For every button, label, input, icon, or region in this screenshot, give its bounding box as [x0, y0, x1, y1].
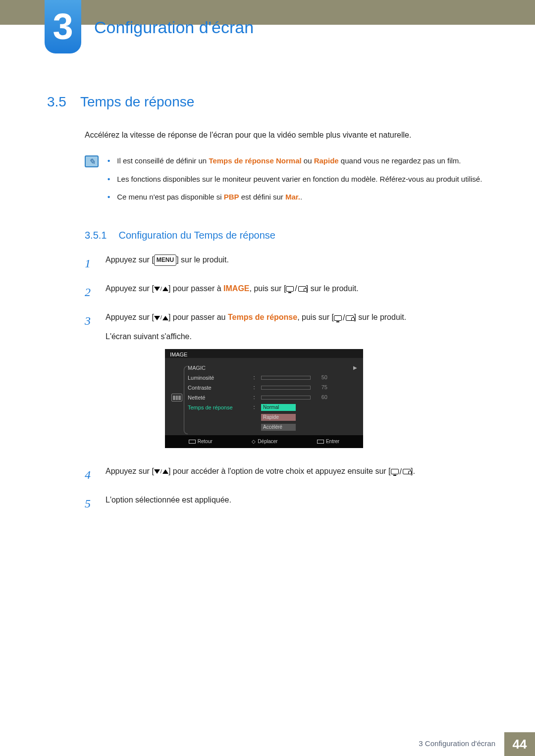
- osd-menu-item: MAGIC: [188, 363, 252, 373]
- osd-menu-screenshot: IMAGE MAGIC Luminosité Contraste Netteté…: [165, 349, 363, 448]
- note-block: ✎ Il est conseillé de définir un Temps d…: [85, 155, 488, 210]
- step-text: Appuyez sur [/] pour accéder à l'option …: [106, 464, 488, 486]
- osd-footer: Retour ◇Déplacer Entrer: [165, 435, 363, 448]
- note-item: Il est conseillé de définir un Temps de …: [107, 155, 482, 167]
- footer-chapter-label: 3 Configuration d'écran: [410, 732, 504, 756]
- section-number: 3.5: [47, 94, 66, 110]
- osd-menu-item: Netteté: [188, 393, 252, 403]
- note-icon: ✎: [85, 155, 99, 167]
- step-number: 4: [85, 464, 94, 486]
- osd-menu-item-selected: Temps de réponse: [188, 403, 252, 412]
- section-title: Temps de réponse: [80, 94, 194, 110]
- note-item: Les fonctions disponibles sur le moniteu…: [107, 174, 482, 185]
- subsection-title: Configuration du Temps de réponse: [118, 230, 275, 241]
- osd-option-selected: Normal: [261, 404, 296, 411]
- step-number: 5: [85, 493, 94, 514]
- step-number: 2: [85, 282, 94, 303]
- osd-slider: [261, 396, 311, 400]
- osd-enter-icon: [317, 440, 324, 444]
- menu-keycap-icon: MENU: [154, 254, 176, 266]
- osd-menu-item: Luminosité: [188, 373, 252, 383]
- subsection-number: 3.5.1: [85, 230, 107, 241]
- osd-header: IMAGE: [165, 349, 363, 358]
- step-text: Appuyez sur [/] pour passer au Temps de …: [106, 310, 488, 457]
- down-up-nav-icon: /: [154, 284, 168, 294]
- display-enter-icon: /: [391, 465, 411, 479]
- note-item: Ce menu n'est pas disponible si PBP est …: [107, 192, 482, 203]
- chapter-badge: 3: [45, 0, 81, 53]
- step-text: L'option sélectionnée est appliquée.: [106, 493, 488, 514]
- step-number: 3: [85, 310, 94, 457]
- osd-menu-item: Contraste: [188, 383, 252, 393]
- display-enter-icon: /: [286, 282, 306, 296]
- osd-image-category-icon: [171, 394, 182, 402]
- osd-move-icon: ◇: [252, 437, 256, 446]
- down-up-nav-icon: /: [154, 313, 168, 323]
- section-intro: Accélérez la vitesse de réponse de l'écr…: [85, 130, 488, 141]
- step-number: 1: [85, 253, 94, 274]
- osd-slider: [261, 376, 311, 380]
- page-number: 44: [504, 732, 535, 756]
- chapter-title: Configuration d'écran: [94, 18, 254, 37]
- down-up-nav-icon: /: [154, 467, 168, 477]
- step-text: Appuyez sur [/] pour passer à IMAGE, pui…: [106, 282, 488, 303]
- osd-option: Rapide: [261, 414, 296, 421]
- step-text: Appuyez sur [MENU] sur le produit.: [106, 253, 488, 274]
- osd-slider: [261, 386, 311, 390]
- submenu-arrow-icon: ▶: [353, 363, 357, 372]
- osd-option: Accéléré: [261, 424, 296, 431]
- display-enter-icon: /: [334, 311, 354, 325]
- osd-return-icon: [189, 440, 196, 444]
